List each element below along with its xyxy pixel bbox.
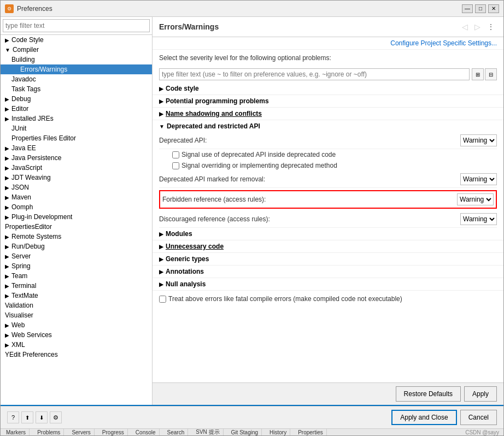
sidebar-item-label: TextMate bbox=[11, 292, 38, 299]
export-button[interactable]: ⬆ bbox=[21, 411, 33, 423]
cancel-button[interactable]: Cancel bbox=[460, 410, 497, 425]
sidebar-item-web[interactable]: ▶ Web bbox=[1, 320, 152, 330]
more-button[interactable]: ⋮ bbox=[485, 21, 497, 32]
sidebar-item-team[interactable]: ▶ Team bbox=[1, 271, 152, 281]
apply-and-close-button[interactable]: Apply and Close bbox=[391, 410, 456, 425]
footer: ? ⬆ ⬇ ⚙ Apply and Close Cancel Markers P… bbox=[1, 405, 503, 435]
sidebar-item-maven[interactable]: ▶ Maven bbox=[1, 192, 152, 202]
status-problems[interactable]: Problems bbox=[34, 429, 64, 435]
sidebar-item-server[interactable]: ▶ Server bbox=[1, 251, 152, 261]
status-progress[interactable]: Progress bbox=[99, 429, 128, 435]
section-null-analysis[interactable]: ▶ Null analysis bbox=[153, 278, 503, 291]
status-history[interactable]: History bbox=[266, 429, 290, 435]
sidebar-item-code-style[interactable]: ▶ Code Style bbox=[1, 35, 152, 45]
section-potential-programming[interactable]: ▶ Potential programming problems bbox=[153, 95, 503, 108]
forward-button[interactable]: ▷ bbox=[472, 21, 483, 32]
sidebar-item-plugin-development[interactable]: ▶ Plug-in Development bbox=[1, 212, 152, 222]
settings-button[interactable]: ⚙ bbox=[50, 411, 62, 423]
expand-all-button[interactable]: ⊞ bbox=[472, 68, 484, 80]
section-modules[interactable]: ▶ Modules bbox=[153, 228, 503, 240]
sidebar-item-editor[interactable]: ▶ Editor bbox=[1, 104, 152, 114]
sidebar-item-java-ee[interactable]: ▶ Java EE bbox=[1, 143, 152, 153]
sidebar-item-properties-files-editor[interactable]: Properties Files Editor bbox=[1, 133, 152, 143]
close-button[interactable]: ✕ bbox=[488, 4, 499, 13]
section-generic-types[interactable]: ▶ Generic types bbox=[153, 253, 503, 266]
forbidden-reference-dropdown[interactable]: Warning Error Ignore bbox=[457, 193, 494, 205]
sidebar-item-terminal[interactable]: ▶ Terminal bbox=[1, 281, 152, 291]
sidebar-item-debug[interactable]: ▶ Debug bbox=[1, 94, 152, 104]
sidebar-item-json[interactable]: ▶ JSON bbox=[1, 182, 152, 192]
sidebar-item-junit[interactable]: JUnit bbox=[1, 123, 152, 133]
sidebar-item-javascript[interactable]: ▶ JavaScript bbox=[1, 163, 152, 173]
arrow-icon: ▶ bbox=[5, 214, 9, 220]
window-title: Preferences bbox=[17, 5, 459, 13]
section-deprecated-restricted[interactable]: ▼ Deprecated and restricted API bbox=[153, 120, 503, 132]
signal-deprecated-checkbox[interactable] bbox=[172, 151, 179, 158]
fatal-errors-label[interactable]: Treat above errors like fatal compile er… bbox=[168, 295, 402, 303]
sidebar-item-label: Task Tags bbox=[11, 85, 40, 93]
sidebar-item-installed-jres[interactable]: ▶ Installed JREs bbox=[1, 114, 152, 123]
import-button[interactable]: ⬇ bbox=[36, 411, 48, 423]
sidebar-item-properties-editor[interactable]: PropertiesEditor bbox=[1, 222, 152, 232]
sidebar-item-java-persistence[interactable]: ▶ Java Persistence bbox=[1, 153, 152, 163]
sidebar-item-task-tags[interactable]: Task Tags bbox=[1, 84, 152, 94]
status-svn[interactable]: SVN 提示 bbox=[192, 429, 223, 435]
arrow-icon: ▶ bbox=[5, 342, 9, 348]
status-console-label: Console bbox=[136, 429, 156, 435]
sidebar-item-label: Web Services bbox=[11, 331, 52, 339]
section-annotations[interactable]: ▶ Annotations bbox=[153, 266, 503, 278]
back-button[interactable]: ◁ bbox=[460, 21, 470, 32]
sidebar-filter-input[interactable] bbox=[3, 19, 150, 32]
signal-deprecated-label[interactable]: Signal use of deprecated API inside depr… bbox=[181, 151, 336, 158]
apply-button[interactable]: Apply bbox=[464, 386, 497, 402]
sidebar-item-yedit[interactable]: YEdit Preferences bbox=[1, 350, 152, 360]
minimize-button[interactable]: — bbox=[462, 4, 473, 13]
section-code-style[interactable]: ▶ Code style bbox=[153, 83, 503, 95]
status-progress-label: Progress bbox=[102, 429, 124, 435]
restore-defaults-button[interactable]: Restore Defaults bbox=[396, 386, 461, 402]
configure-project-link[interactable]: Configure Project Specific Settings... bbox=[153, 37, 503, 50]
status-search[interactable]: Search bbox=[164, 429, 189, 435]
sidebar-item-compiler[interactable]: ▼ Compiler bbox=[1, 45, 152, 55]
sidebar-item-xml[interactable]: ▶ XML bbox=[1, 340, 152, 350]
sidebar-item-label: Java EE bbox=[11, 144, 36, 152]
maximize-button[interactable]: □ bbox=[475, 4, 486, 13]
sidebar-item-run-debug[interactable]: ▶ Run/Debug bbox=[1, 241, 152, 251]
status-console[interactable]: Console bbox=[132, 429, 160, 435]
section-label: Name shadowing and conflicts bbox=[166, 110, 262, 117]
panel-title: Errors/Warnings bbox=[159, 22, 219, 31]
signal-overriding-checkbox[interactable] bbox=[172, 162, 179, 169]
sidebar-item-validation[interactable]: Validation bbox=[1, 301, 152, 310]
section-label: Annotations bbox=[166, 268, 204, 275]
section-label: Modules bbox=[166, 230, 192, 238]
sidebar-item-javadoc[interactable]: Javadoc bbox=[1, 74, 152, 84]
signal-overriding-label[interactable]: Signal overriding or implementing deprec… bbox=[181, 162, 337, 169]
sidebar-item-spring[interactable]: ▶ Spring bbox=[1, 261, 152, 271]
sidebar-item-remote-systems[interactable]: ▶ Remote Systems bbox=[1, 232, 152, 241]
collapse-all-button[interactable]: ⊟ bbox=[485, 68, 497, 80]
panel-filter-input[interactable] bbox=[159, 68, 470, 80]
sidebar-item-visualiser[interactable]: Visualiser bbox=[1, 310, 152, 320]
discouraged-reference-dropdown[interactable]: Warning Error Ignore bbox=[460, 213, 497, 225]
sidebar-item-building[interactable]: Building bbox=[1, 55, 152, 64]
status-properties[interactable]: Properties bbox=[295, 429, 327, 435]
sidebar-item-web-services[interactable]: ▶ Web Services bbox=[1, 330, 152, 340]
sidebar-item-errors-warnings[interactable]: Errors/Warnings bbox=[1, 64, 152, 74]
section-unnecessary-code[interactable]: ▶ Unnecessary code bbox=[153, 240, 503, 253]
arrow-icon: ▶ bbox=[5, 37, 9, 43]
sidebar-item-textmate[interactable]: ▶ TextMate bbox=[1, 291, 152, 301]
help-button[interactable]: ? bbox=[7, 411, 19, 423]
status-markers[interactable]: Markers bbox=[3, 429, 30, 435]
arrow-icon: ▶ bbox=[5, 165, 9, 171]
sidebar-item-jdt-weaving[interactable]: ▶ JDT Weaving bbox=[1, 173, 152, 182]
status-git-staging[interactable]: Git Staging bbox=[228, 429, 262, 435]
fatal-errors-checkbox[interactable] bbox=[159, 296, 166, 303]
section-label: Deprecated and restricted API bbox=[167, 122, 260, 130]
sidebar-item-oomph[interactable]: ▶ Oomph bbox=[1, 202, 152, 212]
status-servers[interactable]: Servers bbox=[68, 429, 94, 435]
status-markers-label: Markers bbox=[6, 429, 26, 435]
section-name-shadowing[interactable]: ▶ Name shadowing and conflicts bbox=[153, 108, 503, 120]
deprecated-removal-dropdown[interactable]: Warning Error Ignore bbox=[460, 173, 497, 185]
deprecated-api-dropdown[interactable]: Warning Error Ignore bbox=[460, 134, 497, 146]
sidebar-filter-area bbox=[1, 17, 152, 35]
